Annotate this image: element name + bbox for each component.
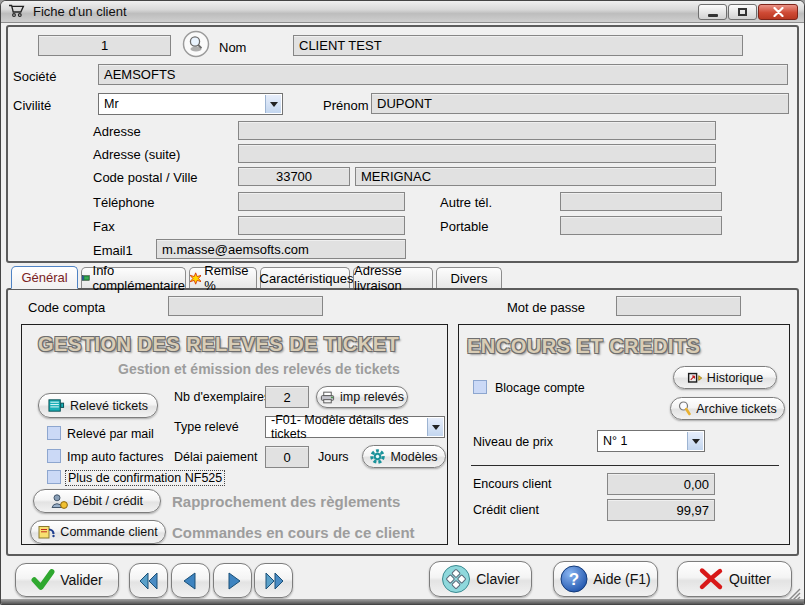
- title-bar[interactable]: Fiche d'un client: [1, 1, 804, 23]
- modeles-button[interactable]: Modèles: [362, 445, 446, 468]
- check-icon: [31, 569, 55, 591]
- archive-tickets-button[interactable]: Archive tickets: [670, 397, 785, 420]
- societe-field[interactable]: AEMSOFTS: [98, 64, 788, 85]
- email-label: Email1: [93, 243, 133, 258]
- clavier-button[interactable]: Clavier: [429, 561, 532, 597]
- tab-info-complementaire[interactable]: Info complémentaire: [81, 267, 186, 288]
- email-field[interactable]: m.masse@aemsofts.com: [156, 239, 406, 259]
- red-cross-icon: [698, 567, 724, 591]
- autre-tel-field[interactable]: [560, 192, 722, 211]
- releve-par-mail-checkbox[interactable]: [47, 426, 61, 440]
- telephone-label: Téléphone: [93, 195, 154, 210]
- left-arrow-icon: [180, 570, 202, 592]
- nb-exemplaires-label: Nb d'exemplaires: [174, 390, 270, 404]
- type-releve-value: -F01- Modèle détails des tickets: [271, 413, 424, 441]
- historique-button[interactable]: Historique: [673, 366, 777, 389]
- client-number-field[interactable]: 1: [38, 35, 171, 56]
- question-icon: ?: [560, 565, 588, 593]
- telephone-field[interactable]: [238, 192, 405, 211]
- blocage-compte-checkbox[interactable]: [473, 380, 487, 394]
- encours-group: ENCOURS ET CREDITS Blocage compte Histor…: [458, 324, 790, 545]
- mot-de-passe-field[interactable]: [616, 296, 741, 316]
- maximize-button[interactable]: [728, 4, 757, 20]
- releves-group-title: GESTION DES RELEVES DE TICKET: [38, 333, 399, 356]
- tab-divers[interactable]: Divers: [436, 267, 502, 288]
- chevron-down-icon[interactable]: [687, 432, 703, 450]
- adresse-label: Adresse: [93, 124, 141, 139]
- person-coin-icon: [51, 494, 68, 509]
- nom-field[interactable]: CLIENT TEST: [293, 35, 743, 56]
- first-record-button[interactable]: [129, 563, 168, 598]
- valider-button[interactable]: Valider: [15, 563, 119, 597]
- identity-panel: 1 Nom CLIENT TEST Société AEMSOFTS Civil…: [6, 25, 799, 263]
- chevron-down-icon[interactable]: [265, 95, 281, 113]
- tab-remise[interactable]: Remise %: [189, 267, 257, 288]
- close-button[interactable]: [758, 4, 798, 20]
- minimize-button[interactable]: [698, 4, 727, 20]
- code-postal-ville-label: Code postal / Ville: [93, 170, 198, 185]
- adresse-field[interactable]: [238, 121, 716, 140]
- rapprochement-text: Rapprochement des règlements: [172, 493, 400, 510]
- commande-client-button[interactable]: Commande client: [30, 520, 166, 544]
- type-releve-combobox[interactable]: -F01- Modèle détails des tickets: [265, 416, 445, 438]
- right-arrow-icon: [222, 570, 244, 592]
- chevron-down-icon[interactable]: [427, 418, 443, 436]
- fax-field[interactable]: [238, 216, 405, 235]
- window-title: Fiche d'un client: [33, 4, 127, 19]
- last-record-button[interactable]: [254, 563, 293, 598]
- encours-client-field[interactable]: 0,00: [607, 473, 715, 495]
- cart-icon: [8, 3, 26, 21]
- tab-adresse-livraison[interactable]: Adresse livraison: [353, 267, 433, 288]
- code-postal-field[interactable]: 33700: [238, 167, 350, 186]
- prenom-field[interactable]: DUPONT: [371, 93, 789, 114]
- niveau-prix-label: Niveau de prix: [473, 435, 553, 449]
- releve-par-mail-label: Relevé par mail: [67, 427, 154, 441]
- jours-label: Jours: [318, 450, 349, 464]
- credit-client-label: Crédit client: [473, 503, 539, 517]
- nom-label: Nom: [219, 40, 246, 55]
- printer-icon: [320, 391, 335, 404]
- type-releve-label: Type relevé: [174, 420, 239, 434]
- autre-tel-label: Autre tél.: [440, 195, 492, 210]
- niveau-prix-combobox[interactable]: N° 1: [597, 430, 705, 452]
- imp-releves-button[interactable]: imp relevés: [316, 386, 408, 408]
- releve-tickets-button[interactable]: Relevé tickets: [38, 393, 158, 418]
- svg-text:?: ?: [569, 570, 579, 589]
- nb-exemplaires-field[interactable]: 2: [265, 386, 309, 408]
- credit-client-field[interactable]: 99,97: [607, 499, 715, 521]
- tab-general[interactable]: Général: [11, 266, 78, 289]
- delai-paiement-field[interactable]: 0: [265, 446, 309, 468]
- gear-icon: [370, 449, 385, 464]
- history-window-icon: [687, 371, 702, 385]
- fax-phone-icon: [38, 525, 55, 539]
- client-search-icon[interactable]: [182, 30, 210, 61]
- ville-field[interactable]: MERIGNAC: [355, 167, 716, 186]
- releves-group-subtitle: Gestion et émission des relevés de ticke…: [118, 361, 400, 377]
- portable-field[interactable]: [560, 216, 722, 235]
- debit-credit-button[interactable]: Débit / crédit: [33, 489, 161, 513]
- tab-caracteristiques[interactable]: Caractéristiques: [260, 267, 350, 288]
- civilite-value: Mr: [104, 97, 119, 111]
- portable-label: Portable: [440, 219, 488, 234]
- general-tab-panel: Code compta Mot de passe GESTION DES REL…: [6, 288, 799, 556]
- aide-button[interactable]: ? Aide (F1): [553, 561, 658, 597]
- starburst-icon: [190, 272, 201, 285]
- blocage-compte-label: Blocage compte: [495, 381, 585, 395]
- adresse-suite-field[interactable]: [238, 144, 716, 163]
- cash-register-icon: [48, 398, 65, 413]
- client-form-window: Fiche d'un client 1 Nom CLIENT TEST Soci…: [0, 0, 805, 605]
- civilite-combobox[interactable]: Mr: [98, 93, 283, 115]
- close-icon: [773, 7, 784, 17]
- next-record-button[interactable]: [213, 563, 252, 598]
- nf525-checkbox[interactable]: [47, 470, 61, 484]
- magnifier-icon: [678, 401, 691, 416]
- encours-separator: [471, 465, 779, 466]
- fax-label: Fax: [93, 219, 115, 234]
- releves-group: GESTION DES RELEVES DE TICKET Gestion et…: [21, 324, 448, 545]
- previous-record-button[interactable]: [171, 563, 210, 598]
- societe-label: Société: [13, 69, 56, 84]
- quitter-button[interactable]: Quitter: [677, 561, 792, 597]
- code-compta-field[interactable]: [168, 296, 323, 316]
- imp-auto-factures-checkbox[interactable]: [47, 449, 61, 463]
- adresse-suite-label: Adresse (suite): [93, 147, 180, 162]
